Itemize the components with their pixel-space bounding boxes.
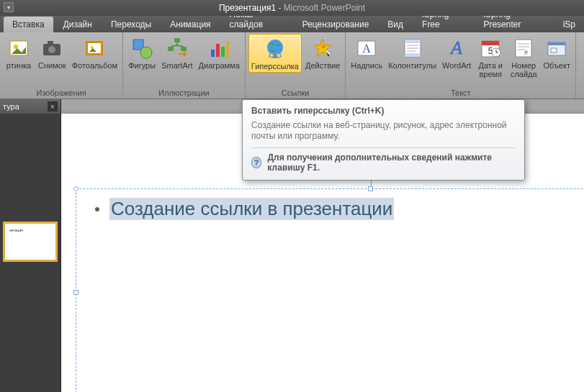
star-icon — [311, 37, 334, 60]
bullet-line[interactable]: Создание ссылки в презентации — [95, 198, 394, 220]
picture-button[interactable]: ртинка — [3, 34, 35, 71]
svg-rect-14 — [216, 44, 220, 57]
svg-rect-40 — [548, 42, 565, 45]
outline-pane: тура × ннтации — [0, 99, 61, 392]
group-label: Текст — [349, 88, 572, 99]
equation-button[interactable]: πФорм — [579, 34, 584, 71]
svg-point-17 — [267, 40, 283, 55]
tab-вид[interactable]: Вид — [379, 17, 412, 32]
svg-point-19 — [269, 53, 274, 58]
help-icon: ? — [251, 157, 261, 168]
tooltip-body: Создание ссылки на веб-страницу, рисунок… — [251, 120, 516, 142]
textbox-icon: A — [355, 37, 378, 60]
svg-rect-16 — [226, 41, 229, 57]
svg-point-1 — [14, 45, 18, 49]
group-label — [579, 96, 584, 99]
bullet-text[interactable]: Создание ссылки в презентации — [109, 198, 394, 220]
svg-rect-15 — [221, 47, 225, 57]
button-label: Фотоальбом — [72, 61, 118, 70]
svg-rect-4 — [48, 41, 53, 45]
app-title: Microsoft PowerPoint — [284, 3, 365, 13]
close-icon[interactable]: × — [48, 101, 58, 111]
tab-дизайн[interactable]: Дизайн — [55, 17, 101, 32]
ribbon-tabs: ВставкаДизайнПереходыАнимацияПоказ слайд… — [0, 16, 584, 32]
ribbon-group: ГиперссылкаДействиеСсылки — [246, 32, 346, 99]
button-label: Объект — [544, 61, 570, 70]
svg-rect-8 — [133, 40, 143, 50]
button-label: SmartArt — [161, 61, 192, 70]
ribbon-group: πФорм — [576, 32, 584, 99]
tab-вставка[interactable]: Вставка — [4, 17, 53, 32]
tab-рецензирование[interactable]: Рецензирование — [294, 17, 378, 32]
ribbon-group: ФигурыSmartArtДиаграммаИллюстрации — [123, 32, 246, 99]
svg-text:A: A — [449, 37, 462, 58]
ribbon-group: ртинкаСнимокФотоальбомИзображения — [0, 32, 123, 99]
button-label: Дата и время — [478, 61, 503, 78]
button-label: Колонтитулы — [388, 61, 436, 70]
wordart-button[interactable]: AWordArt — [440, 34, 473, 71]
button-label: Диаграмма — [199, 61, 240, 70]
picture-icon — [7, 37, 30, 60]
svg-rect-25 — [405, 53, 421, 57]
tooltip-footer: ? Для получения дополнительных сведений … — [251, 147, 516, 173]
datetime-button[interactable]: 5Дата и время — [475, 34, 506, 80]
resize-handle[interactable] — [73, 186, 78, 191]
pane-title: тура — [3, 102, 19, 111]
camera-icon — [40, 37, 63, 60]
number-icon: # — [512, 37, 535, 60]
svg-rect-13 — [211, 50, 215, 57]
headerfooter-button[interactable]: Колонтитулы — [386, 34, 439, 71]
textbox-button[interactable]: AНадпись — [349, 34, 385, 71]
title-bar: ▾ Презентация1 - Microsoft PowerPoint — [0, 0, 584, 16]
tab-анимация[interactable]: Анимация — [161, 17, 219, 32]
button-label: ртинка — [6, 61, 31, 70]
object-button[interactable]: Объект — [541, 34, 572, 71]
thumb-text: ннтации — [9, 228, 23, 232]
screenshot-button[interactable]: Снимок — [36, 34, 68, 71]
hyperlink-tooltip: Вставить гиперссылку (Ctrl+K) Создание с… — [242, 99, 525, 181]
svg-point-20 — [277, 53, 281, 58]
photoalbum-button[interactable]: Фотоальбом — [70, 34, 120, 71]
svg-rect-11 — [168, 47, 174, 51]
smartart-button[interactable]: SmartArt — [159, 34, 194, 71]
button-label: Гиперссылка — [251, 62, 299, 70]
svg-text:A: A — [362, 42, 371, 55]
smartart-icon — [166, 37, 189, 60]
svg-rect-31 — [482, 41, 499, 45]
chart-icon — [207, 37, 230, 60]
globe-icon — [264, 37, 287, 60]
tooltip-title: Вставить гиперссылку (Ctrl+K) — [251, 106, 516, 116]
tab-переходы[interactable]: Переходы — [102, 17, 160, 32]
shapes-icon — [130, 37, 153, 60]
svg-rect-24 — [405, 40, 421, 43]
resize-handle[interactable] — [73, 290, 78, 295]
button-label: Снимок — [38, 61, 66, 70]
svg-rect-10 — [174, 38, 180, 42]
pane-header: тура × — [0, 99, 60, 114]
resize-handle[interactable] — [368, 186, 373, 191]
shapes-button[interactable]: Фигуры — [126, 34, 158, 71]
slidenumber-button[interactable]: #Номер слайда — [508, 34, 539, 80]
group-label: Ссылки — [248, 88, 343, 99]
button-label: Действие — [305, 61, 340, 70]
button-label: Фигуры — [128, 61, 156, 70]
button-label: Надпись — [351, 61, 382, 70]
wordart-icon: A — [445, 37, 468, 60]
chart-button[interactable]: Диаграмма — [197, 34, 242, 71]
ribbon-group: AНадписьКолонтитулыAWordArt5Дата и время… — [346, 32, 576, 99]
group-label: Иллюстрации — [126, 88, 242, 99]
slide-thumbnail[interactable]: ннтации — [3, 222, 58, 262]
headerfooter-icon — [401, 37, 424, 60]
qat-dropdown[interactable]: ▾ — [4, 2, 14, 12]
action-button[interactable]: Действие — [303, 34, 342, 71]
button-label: WordArt — [442, 61, 471, 70]
bullet-icon — [95, 207, 99, 211]
tab-isp[interactable]: iSp — [554, 17, 584, 32]
svg-point-3 — [48, 46, 55, 53]
svg-point-9 — [140, 47, 152, 58]
album-icon — [83, 37, 106, 60]
hyperlink-button[interactable]: Гиперссылка — [248, 34, 302, 73]
object-icon — [545, 37, 568, 60]
content-placeholder[interactable]: Создание ссылки в презентации — [76, 188, 584, 392]
doc-title: Презентация1 — [219, 3, 276, 13]
